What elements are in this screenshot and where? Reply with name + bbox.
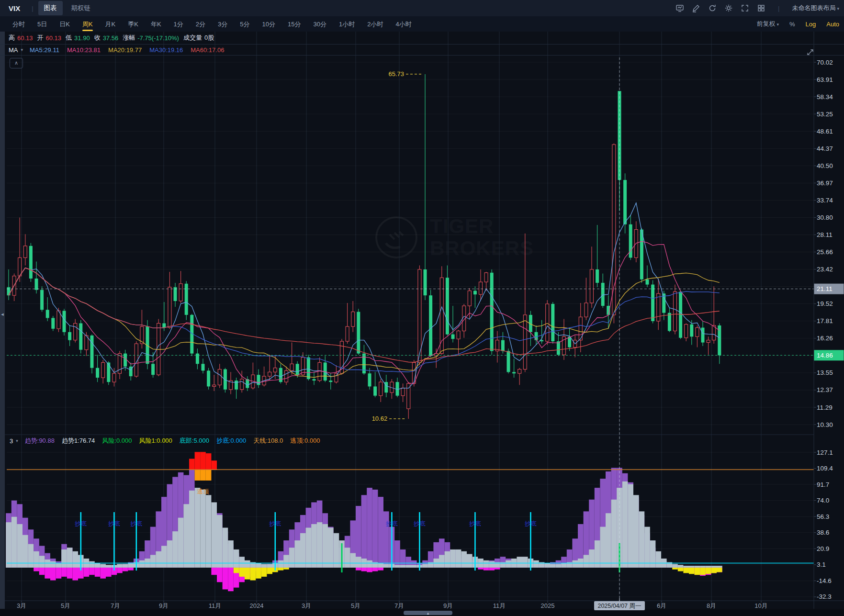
svg-text:33.74: 33.74 bbox=[817, 197, 833, 204]
quote-field-value: 0股 bbox=[204, 34, 214, 42]
ma-value: MA20:19.77 bbox=[108, 46, 142, 54]
buy-signal-label: 抄底 bbox=[108, 520, 120, 527]
timeframe-周K[interactable]: 周K bbox=[82, 17, 93, 31]
svg-text:14.86: 14.86 bbox=[817, 352, 833, 359]
ma-value: MA5:29.11 bbox=[30, 46, 59, 54]
timeframe-月K[interactable]: 月K bbox=[105, 17, 116, 31]
time-axis-label: 5月 bbox=[61, 602, 70, 609]
svg-text:20.9: 20.9 bbox=[817, 545, 829, 552]
buy-signal-label: 抄底 bbox=[385, 520, 398, 527]
time-axis-label: 7月 bbox=[111, 602, 120, 609]
quote-field-value: 60.13 bbox=[17, 34, 33, 42]
svg-text:12.37: 12.37 bbox=[817, 386, 833, 393]
chart-controls: 前复权▾ % Log Auto bbox=[756, 20, 844, 28]
timeframe-30分[interactable]: 30分 bbox=[313, 17, 326, 31]
svg-text:3.1: 3.1 bbox=[817, 561, 826, 568]
svg-text:36.97: 36.97 bbox=[817, 179, 833, 187]
buy-signal-label: 抄底 bbox=[524, 520, 537, 527]
fullscreen-icon[interactable] bbox=[741, 4, 749, 12]
time-axis-label: 9月 bbox=[443, 602, 453, 609]
buy-signal-label: 抄底 bbox=[74, 520, 87, 527]
timeframe-2分[interactable]: 2分 bbox=[196, 17, 205, 31]
timeframe-15分[interactable]: 15分 bbox=[288, 17, 301, 31]
timeframe-items: 分时5日日K周K月K季K年K1分2分3分5分10分15分30分1小时2小时4小时 bbox=[0, 17, 412, 31]
indicator-stat: 天线:108.0 bbox=[253, 437, 283, 445]
chevron-down-icon[interactable]: ▾ bbox=[16, 438, 18, 443]
candles-layer bbox=[7, 74, 721, 419]
svg-text:74.0: 74.0 bbox=[817, 497, 829, 504]
topbar-actions: | 未命名图表布局▾ bbox=[675, 4, 844, 12]
svg-text:10.30: 10.30 bbox=[817, 421, 833, 428]
buy-signal-label: 抄底 bbox=[269, 520, 281, 527]
ma-value: MA10:23.81 bbox=[67, 46, 101, 54]
indicator-count-select[interactable]: 3 bbox=[10, 437, 13, 445]
ma-values: MA5:29.11MA10:23.81MA20:19.77MA30:19.16M… bbox=[30, 46, 224, 54]
layout-grid-icon[interactable] bbox=[757, 4, 765, 12]
ma-indicator-label[interactable]: MA bbox=[9, 46, 18, 54]
timeframe-3分[interactable]: 3分 bbox=[218, 17, 227, 31]
edit-icon[interactable] bbox=[692, 4, 700, 12]
svg-text:28.11: 28.11 bbox=[817, 231, 833, 238]
settings-icon[interactable] bbox=[724, 4, 733, 12]
adjust-mode-select[interactable]: 前复权▾ bbox=[756, 20, 779, 28]
panel-expand-arrow-icon[interactable]: ◂ bbox=[1, 311, 4, 317]
svg-text:13.55: 13.55 bbox=[817, 369, 833, 376]
time-axis-label: 2025 bbox=[541, 602, 555, 609]
svg-text:25.66: 25.66 bbox=[817, 248, 833, 256]
svg-text:23.42: 23.42 bbox=[817, 266, 833, 273]
time-axis-label: 2024 bbox=[250, 602, 264, 609]
timeframe-4小时[interactable]: 4小时 bbox=[395, 17, 411, 31]
indicator-stat: 风险:0.000 bbox=[102, 437, 132, 445]
main-chart-canvas[interactable]: 抄底抄底抄底抄底抄底抄底抄底抄底逃顶65.7310.6270.0263.9158… bbox=[0, 0, 844, 616]
timeframe-10分[interactable]: 10分 bbox=[262, 17, 275, 31]
indicator-stat: 风险1:0.000 bbox=[139, 437, 172, 445]
time-axis-label: 6月 bbox=[657, 602, 666, 609]
quote-field-label: 高 bbox=[9, 34, 15, 42]
svg-text:-14.6: -14.6 bbox=[817, 577, 832, 584]
svg-text:44.37: 44.37 bbox=[817, 145, 833, 152]
log-scale-button[interactable]: Log bbox=[806, 21, 816, 28]
ma-value: MA30:19.16 bbox=[149, 46, 183, 54]
refresh-icon[interactable] bbox=[708, 4, 717, 12]
timeframe-1小时[interactable]: 1小时 bbox=[339, 17, 355, 31]
time-axis-label: 3月 bbox=[17, 602, 26, 609]
time-axis-label: 5月 bbox=[351, 602, 360, 609]
chart-application: 抄底抄底抄底抄底抄底抄底抄底抄底逃顶65.7310.6270.0263.9158… bbox=[0, 0, 844, 616]
svg-text:53.25: 53.25 bbox=[817, 111, 833, 118]
left-panel-edge: ◂ bbox=[0, 16, 5, 609]
low-annotation: 10.62 bbox=[372, 415, 388, 422]
time-axis-label: 7月 bbox=[394, 602, 404, 609]
svg-text:70.02: 70.02 bbox=[817, 59, 833, 66]
timeframe-2小时[interactable]: 2小时 bbox=[367, 17, 383, 31]
quote-field-label: 涨幅 bbox=[123, 34, 135, 42]
grid-lines bbox=[0, 32, 844, 616]
collapse-panel-button[interactable]: ∧ bbox=[10, 58, 23, 68]
percent-scale-button[interactable]: % bbox=[789, 21, 795, 28]
timeframe-季K[interactable]: 季K bbox=[128, 17, 138, 31]
timeframe-5分[interactable]: 5分 bbox=[240, 17, 249, 31]
tab-option-chain[interactable]: 期权链 bbox=[66, 1, 97, 15]
indicator-stat: 趋势:90.88 bbox=[25, 437, 55, 445]
timeframe-分时[interactable]: 分时 bbox=[12, 17, 25, 31]
layout-name-menu[interactable]: 未命名图表布局▾ bbox=[792, 4, 839, 12]
timeframe-5日[interactable]: 5日 bbox=[37, 17, 47, 31]
buy-signal-label: 抄底 bbox=[469, 520, 481, 527]
timeframe-年K[interactable]: 年K bbox=[151, 17, 161, 31]
timeframe-日K[interactable]: 日K bbox=[59, 17, 70, 31]
timeframe-bar: 分时5日日K周K月K季K年K1分2分3分5分10分15分30分1小时2小时4小时… bbox=[0, 16, 844, 32]
high-annotation: 65.73 bbox=[388, 70, 404, 78]
time-axis-label: 10月 bbox=[754, 602, 767, 609]
timeframe-1分[interactable]: 1分 bbox=[174, 17, 183, 31]
svg-text:40.50: 40.50 bbox=[817, 162, 833, 169]
tab-chart[interactable]: 图表 bbox=[38, 1, 63, 15]
quote-field-value: 37.56 bbox=[103, 34, 119, 42]
svg-text:2025/04/07 周一: 2025/04/07 周一 bbox=[597, 603, 641, 609]
chevron-down-icon[interactable]: ▾ bbox=[21, 47, 23, 52]
svg-text:109.4: 109.4 bbox=[817, 465, 833, 472]
svg-text:30.80: 30.80 bbox=[817, 214, 833, 221]
auto-scale-button[interactable]: Auto bbox=[826, 21, 839, 28]
chart-panel-icon[interactable] bbox=[675, 4, 684, 12]
svg-text:58.34: 58.34 bbox=[817, 93, 833, 101]
svg-text:17.81: 17.81 bbox=[817, 317, 833, 325]
svg-text:-32.3: -32.3 bbox=[817, 593, 832, 600]
